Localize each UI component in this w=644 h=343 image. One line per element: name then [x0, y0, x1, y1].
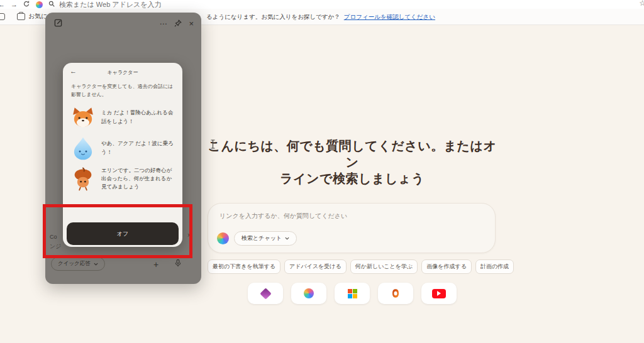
- chevron-down-icon: [285, 237, 289, 240]
- profile-link[interactable]: プロフィールを確認してください: [344, 13, 435, 20]
- character-blurb: エリンです。二つの好奇心が出会ったら、何が生まれるか見てみましょう: [101, 166, 175, 192]
- character-option-aqua[interactable]: やあ、アクア だよ！波に乗ろう！: [70, 136, 175, 161]
- fox-avatar: [70, 105, 96, 130]
- app-shortcuts: [208, 283, 497, 304]
- chip-create-image[interactable]: 画像を作成する: [421, 259, 472, 274]
- address-input[interactable]: [59, 1, 248, 8]
- microsoft-icon: [348, 289, 357, 298]
- banner-message: るようになります。お気に入りをお探しですか？: [206, 13, 340, 20]
- search-composer[interactable]: 検索とチャット: [208, 203, 496, 253]
- favorites-banner: るようになります。お気に入りをお探しですか？プロフィールを確認してください: [206, 13, 435, 21]
- greeting-heading: こんにちは、何でも質問してください。またはオン ラインで検索しましょう: [208, 138, 497, 187]
- app-icon-loop[interactable]: [248, 283, 283, 304]
- purple-diamond-icon: [260, 288, 271, 299]
- quick-reply-button[interactable]: クイック応答: [51, 257, 105, 271]
- address-bar: ← → ☆: [0, 0, 644, 9]
- new-chat-icon[interactable]: [54, 18, 62, 30]
- modal-header: ← キャラクター: [63, 63, 182, 79]
- suggestion-chips: 最初の下書きを執筆する アドバイスを受ける 何か新しいことを学ぶ 画像を作成する…: [208, 259, 497, 274]
- microphone-icon[interactable]: [174, 259, 182, 270]
- search-chat-mode-button[interactable]: 検索とチャット: [234, 231, 297, 246]
- app-icon-microsoft[interactable]: [335, 283, 370, 304]
- character-blurb: やあ、アクア だよ！波に乗ろう！: [101, 139, 175, 156]
- composer-toolbar: 検索とチャット: [217, 231, 297, 246]
- acorn-avatar: [70, 166, 96, 192]
- quick-reply-label: クイック応答: [58, 260, 91, 268]
- modal-title: キャラクター: [63, 69, 182, 76]
- more-options-icon[interactable]: ⋯: [159, 21, 167, 27]
- panel-actions: ⋯ ×: [159, 18, 194, 30]
- greeting-line1: こんにちは、何でも質問してください。またはオン: [208, 138, 497, 170]
- chip-make-plan[interactable]: 計画の作成: [475, 259, 514, 274]
- character-option-erin[interactable]: エリンです。二つの好奇心が出会ったら、何が生まれるか見てみましょう: [70, 166, 175, 192]
- pin-icon[interactable]: [174, 18, 182, 30]
- app-icon-office[interactable]: [378, 283, 413, 304]
- mode-label: 検索とチャット: [242, 234, 282, 242]
- panel-header: ⋯ ×: [45, 16, 201, 30]
- forward-icon[interactable]: →: [11, 0, 18, 9]
- close-icon[interactable]: ×: [189, 20, 194, 28]
- favorites-folder-icon: [17, 13, 25, 20]
- text-cursor: [210, 139, 216, 151]
- chip-get-advice[interactable]: アドバイスを受ける: [284, 259, 347, 274]
- refresh-icon[interactable]: [23, 0, 30, 9]
- youtube-icon: [432, 289, 446, 298]
- composer-input[interactable]: [219, 212, 477, 219]
- add-attachment-icon[interactable]: +: [153, 259, 158, 270]
- chip-write-draft[interactable]: 最初の下書きを執筆する: [208, 259, 280, 274]
- copilot-icon: [304, 288, 314, 298]
- copilot-icon: [217, 232, 229, 244]
- search-icon: [48, 0, 55, 9]
- app-icon-youtube[interactable]: [421, 283, 457, 304]
- sidebar-toggle-icon[interactable]: [0, 13, 5, 20]
- highlight-rectangle: [43, 204, 192, 258]
- water-drop-avatar: [70, 136, 96, 161]
- character-blurb: ミカ だよ！冒険心あふれる会話をしよう！: [101, 109, 175, 125]
- back-icon[interactable]: ←: [0, 0, 5, 9]
- chevron-down-icon: [94, 263, 98, 266]
- modal-description: キャラクターを変更しても、過去の会話には影響しません。: [71, 83, 174, 99]
- chip-learn-something[interactable]: 何か新しいことを学ぶ: [350, 259, 418, 274]
- greeting-line2: ラインで検索しましょう: [208, 170, 497, 187]
- app-icon-copilot[interactable]: [291, 283, 326, 304]
- office-icon: [391, 288, 401, 298]
- favorite-star-icon[interactable]: ☆: [639, 0, 644, 8]
- character-option-mika[interactable]: ミカ だよ！冒険心あふれる会話をしよう！: [70, 105, 175, 130]
- copilot-address-icon[interactable]: [36, 1, 43, 8]
- new-tab-main: こんにちは、何でも質問してください。またはオン ラインで検索しましょう 検索とチ…: [208, 138, 497, 304]
